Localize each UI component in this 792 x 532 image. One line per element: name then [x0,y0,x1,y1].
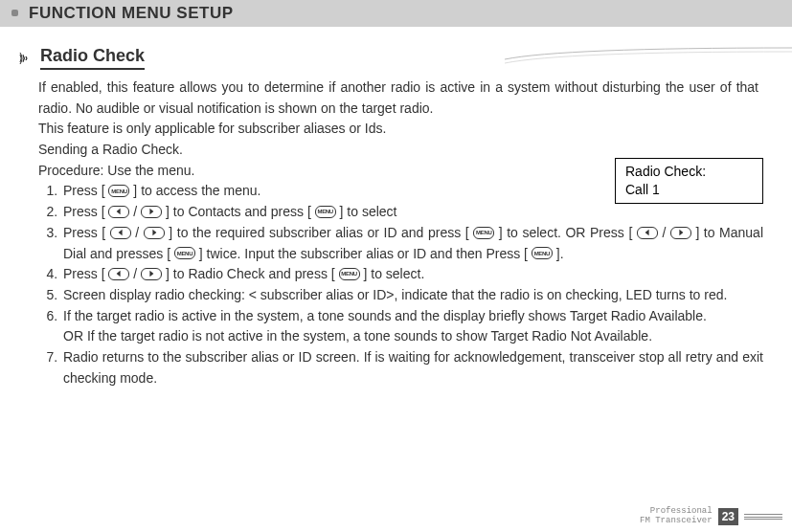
page-number: 23 [718,508,738,525]
callout-line-2: Call 1 [625,181,753,199]
text: Press [ [63,225,110,240]
callout-box: Radio Check: Call 1 [615,158,763,204]
menu-button-icon: MENU [108,185,129,197]
menu-button-icon: MENU [174,247,195,259]
step-6: If the target radio is active in the sys… [61,306,763,347]
right-arrow-icon [670,227,691,239]
text: ] to Radio Check and press [ [162,266,338,281]
text: OR If the target radio is not active in … [63,328,652,344]
intro-para-2: This feature is only applicable for subs… [38,119,758,140]
left-arrow-icon [108,268,129,280]
footer: Professional FM Transceiver 23 [640,507,782,526]
text: ] to select. [360,266,425,281]
left-arrow-icon [637,227,658,239]
text: Press [ [63,183,108,198]
right-arrow-icon [141,268,162,280]
decorative-curve [505,46,792,65]
text: / [129,204,141,219]
left-arrow-icon [108,206,129,218]
section-subtitle: Radio Check [40,46,145,70]
right-arrow-icon [144,227,165,239]
text: / [658,225,670,240]
text: Press [ [63,204,108,219]
step-7: Radio returns to the subscriber alias or… [61,347,763,388]
text: ] twice. Input the subscriber alias or I… [195,246,532,261]
menu-button-icon: MENU [473,227,494,239]
menu-button-icon: MENU [532,247,553,259]
text: ] to select. OR Press [ [494,225,637,240]
left-arrow-icon [110,227,131,239]
text: If the target radio is active in the sys… [63,308,707,323]
text: ] to the required subscriber alias or ID… [165,225,473,240]
menu-button-icon: MENU [339,268,360,280]
header-title: FUNCTION MENU SETUP [29,4,234,22]
text: ] to Contacts and press [ [162,204,315,219]
step-2: Press [ / ] to Contacts and press [ MENU… [61,202,763,223]
text: / [129,266,141,281]
radio-wave-icon [19,51,34,66]
menu-button-icon: MENU [315,206,336,218]
header-bar: FUNCTION MENU SETUP [0,0,792,27]
procedure-list: Press [ MENU ] to access the menu. Press… [38,181,763,388]
step-3: Press [ / ] to the required subscriber a… [61,223,763,264]
text: / [131,225,144,240]
text: ]. [553,246,564,261]
footer-text: Professional FM Transceiver [640,507,713,526]
step-4: Press [ / ] to Radio Check and press [ M… [61,264,763,285]
intro-para-1: If enabled, this feature allows you to d… [38,78,758,119]
callout-line-1: Radio Check: [625,163,753,181]
step-5: Screen display radio checking: < subscri… [61,285,763,306]
footer-lines-icon [744,514,782,520]
right-arrow-icon [141,206,162,218]
footer-line-2: FM Transceiver [640,517,713,526]
text: ] to access the menu. [129,183,260,198]
text: ] to select [336,204,397,219]
text: Press [ [63,266,108,281]
